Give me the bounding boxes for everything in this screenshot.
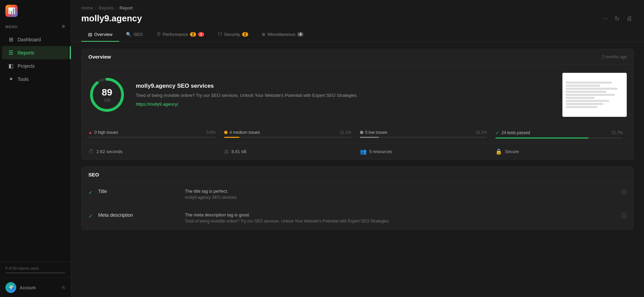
- breadcrumb: Home › Reports › Report: [81, 5, 634, 10]
- tab-performance-label: Performance: [163, 32, 188, 37]
- misc-tab-icon: ⊛: [262, 32, 265, 37]
- high-issue-icon: ▲: [88, 130, 92, 135]
- app-logo-icon: 📊: [5, 5, 18, 17]
- sidebar-item-label: Tools: [18, 77, 29, 82]
- high-issues-top: ▲ 0 high issues 0.0%: [88, 130, 216, 135]
- sidebar-item-tools[interactable]: ✦ Tools: [2, 72, 69, 86]
- breadcrumb-home[interactable]: Home: [81, 5, 93, 10]
- low-issues-bar: [360, 137, 487, 138]
- tab-overview[interactable]: ▤ Overview: [81, 28, 119, 42]
- sidebar-item-dashboard[interactable]: ⊞ Dashboard: [2, 33, 69, 46]
- secure-icon: 🔒: [495, 148, 502, 155]
- security-tab-icon: 🛡: [218, 32, 222, 37]
- stat-resources-value: 5 resources: [369, 149, 392, 154]
- sidebar-menu-header: MENU ⚙: [0, 22, 71, 31]
- content: Overview 2 months ago 89 100: [71, 49, 644, 240]
- sidebar-bottom: 0 of 50 reports used.: [0, 262, 71, 278]
- tests-passed-label: 24 tests passed: [501, 130, 530, 135]
- tab-miscellaneous[interactable]: ⊛ Miscellaneous 4: [255, 28, 310, 42]
- preview-line: [566, 106, 598, 108]
- stat-secure: 🔒 Secure: [491, 148, 627, 155]
- reports-icon: ☰: [7, 49, 14, 56]
- seo-meta-info: The meta description tag is good. Tired …: [185, 212, 616, 224]
- stat-secure-value: Secure: [505, 149, 519, 154]
- tab-seo[interactable]: 🔍 SEO: [119, 28, 149, 42]
- sidebar-item-label: Reports: [18, 50, 34, 56]
- site-preview: [562, 73, 627, 117]
- seo-title-label: Title: [98, 189, 179, 194]
- seo-title-main: The title tag is perfect.: [185, 189, 616, 194]
- high-issues-label: 0 high issues: [94, 130, 118, 135]
- low-issues: 5 low issues 15.2%: [356, 130, 492, 139]
- tabs: ▤ Overview 🔍 SEO ⏱ Performance 2 1 🛡 Sec…: [71, 28, 644, 42]
- seo-meta-info-icon[interactable]: ⓘ: [621, 212, 627, 219]
- gear-icon[interactable]: ⚙: [62, 24, 65, 29]
- seo-title-info-icon[interactable]: ⓘ: [621, 189, 627, 196]
- seo-meta-sub: Tired of being invisible online? Try our…: [185, 219, 616, 224]
- preview-line: [566, 97, 595, 99]
- breadcrumb-sep-1: ›: [95, 5, 96, 10]
- tab-performance[interactable]: ⏱ Performance 2 1: [150, 28, 211, 42]
- header-actions: ··· ↻ 🖨: [601, 14, 634, 24]
- preview-lines: [562, 78, 627, 111]
- medium-issues-label: 4 medium issues: [230, 130, 260, 135]
- low-issues-top: 5 low issues 15.2%: [360, 130, 487, 135]
- sidebar-item-projects[interactable]: ◧ Projects: [2, 59, 69, 72]
- sidebar-logo: 📊: [0, 0, 71, 22]
- tests-passed-bar: [495, 137, 623, 139]
- medium-issues: 4 medium issues 12.1%: [220, 130, 356, 139]
- medium-issue-icon: [224, 131, 228, 134]
- preview-line: [566, 88, 618, 90]
- tests-passed-pct: 72.7%: [611, 130, 623, 135]
- page-title: molly9.agency: [81, 13, 142, 24]
- logout-icon[interactable]: ⎋: [62, 284, 65, 291]
- stat-size-value: 8.81 kB: [232, 149, 246, 154]
- seo-section-title: SEO: [88, 172, 99, 177]
- tab-security-label: Security: [224, 32, 240, 37]
- account-section[interactable]: 🌍 Account ⎋: [0, 278, 71, 297]
- score-area: 89 100 molly9.agency SEO services Tired …: [82, 65, 634, 125]
- main-header: Home › Reports › Report molly9.agency ··…: [71, 0, 644, 24]
- reports-usage-bar: [5, 272, 65, 274]
- overview-section-header: Overview 2 months ago: [82, 49, 634, 65]
- size-icon: ⚖: [224, 148, 229, 155]
- preview-line: [566, 103, 603, 105]
- breadcrumb-reports[interactable]: Reports: [99, 5, 114, 10]
- logo-emoji: 📊: [8, 7, 15, 15]
- speed-icon: ⏱: [88, 149, 94, 155]
- seo-meta-label: Meta description: [98, 212, 179, 218]
- site-info: molly9.agency SEO services Tired of bein…: [136, 83, 552, 107]
- low-issues-label: 5 low issues: [365, 130, 387, 135]
- breadcrumb-sep-2: ›: [116, 5, 117, 10]
- overview-date: 2 months ago: [602, 55, 627, 59]
- sidebar-item-label: Dashboard: [18, 37, 41, 42]
- tab-misc-label: Miscellaneous: [267, 32, 295, 37]
- sidebar: 📊 MENU ⚙ ⊞ Dashboard ☰ Reports ◧ Project…: [0, 0, 71, 297]
- site-description: Tired of being invisible online? Try our…: [136, 92, 552, 99]
- high-issues-pct: 0.0%: [206, 130, 215, 135]
- performance-badge-2: 1: [198, 32, 204, 37]
- performance-tab-icon: ⏱: [156, 32, 161, 37]
- refresh-button[interactable]: ↻: [613, 14, 621, 24]
- sidebar-item-reports[interactable]: ☰ Reports: [2, 46, 69, 59]
- seo-meta-item: ✓ Meta description The meta description …: [82, 206, 634, 230]
- low-issues-bar-fill: [360, 137, 379, 138]
- seo-title-item: ✓ Title The title tag is perfect. molly9…: [82, 183, 634, 206]
- tests-passed: ✓ 24 tests passed 72.7%: [491, 130, 627, 139]
- tests-passed-top: ✓ 24 tests passed 72.7%: [495, 130, 623, 135]
- preview-line: [566, 82, 612, 84]
- print-button[interactable]: 🖨: [625, 14, 634, 23]
- stat-resources: 👥 5 resources: [356, 148, 492, 155]
- preview-line: [566, 85, 600, 87]
- tab-security[interactable]: 🛡 Security 2: [211, 28, 255, 42]
- overview-section-title: Overview: [88, 54, 111, 60]
- preview-line: [566, 100, 609, 102]
- seo-tab-icon: 🔍: [126, 32, 131, 37]
- site-url[interactable]: https://molly9.agency/: [136, 102, 178, 107]
- stat-speed-value: 2.62 seconds: [96, 149, 123, 154]
- seo-meta-main: The meta description tag is good.: [185, 212, 616, 217]
- tests-passed-bar-fill: [495, 137, 588, 139]
- avatar: 🌍: [5, 282, 16, 293]
- stats-row: ⏱ 2.62 seconds ⚖ 8.81 kB 👥 5 resources 🔒…: [82, 144, 634, 160]
- more-options-button[interactable]: ···: [601, 14, 609, 23]
